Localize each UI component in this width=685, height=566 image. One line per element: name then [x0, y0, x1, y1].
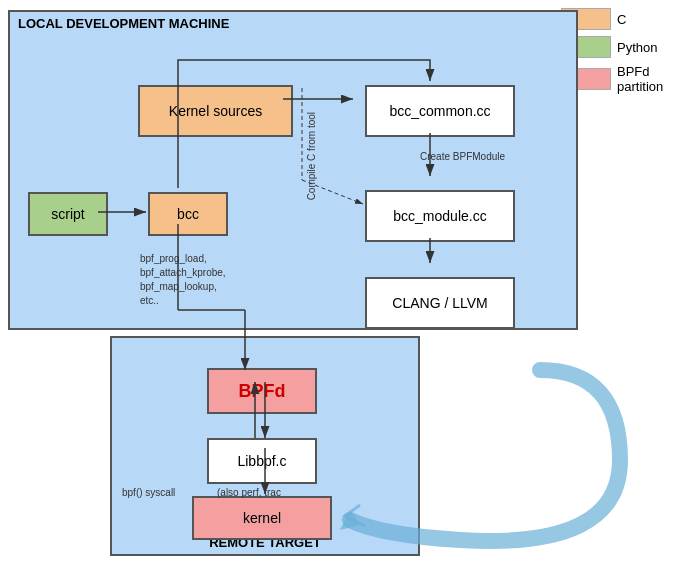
kernel-sources-node: Kernel sources	[138, 85, 293, 137]
legend-item-c: C	[561, 8, 677, 30]
legend-label-bpfd: BPFd partition	[617, 64, 677, 94]
clang-node: CLANG / LLVM	[365, 277, 515, 329]
kernel-node: kernel	[192, 496, 332, 540]
bcc-common-node: bcc_common.cc	[365, 85, 515, 137]
local-machine-box: LOCAL DEVELOPMENT MACHINE Kernel sources…	[8, 10, 578, 330]
legend: C Python BPFd partition	[561, 8, 677, 94]
compile-c-label: Compile C from tool	[305, 112, 318, 200]
remote-machine-box: REMOTE TARGET BPFd Libbpf.c kernel bpf()…	[110, 336, 420, 556]
bpf-calls-label: bpf_prog_load,bpf_attach_kprobe,bpf_map_…	[140, 252, 226, 308]
legend-item-python: Python	[561, 36, 677, 58]
script-node: script	[28, 192, 108, 236]
legend-item-bpfd: BPFd partition	[561, 64, 677, 94]
bpfd-node: BPFd	[207, 368, 317, 414]
local-machine-title: LOCAL DEVELOPMENT MACHINE	[18, 16, 229, 31]
libbpf-node: Libbpf.c	[207, 438, 317, 484]
also-perf-label: (also perf, trac	[217, 486, 281, 499]
legend-label-c: C	[617, 12, 626, 27]
legend-label-python: Python	[617, 40, 657, 55]
bcc-node: bcc	[148, 192, 228, 236]
create-bpfmodule-label: Create BPFModule	[420, 150, 505, 163]
bpf-syscall-label: bpf() syscall	[122, 486, 175, 499]
bcc-module-node: bcc_module.cc	[365, 190, 515, 242]
